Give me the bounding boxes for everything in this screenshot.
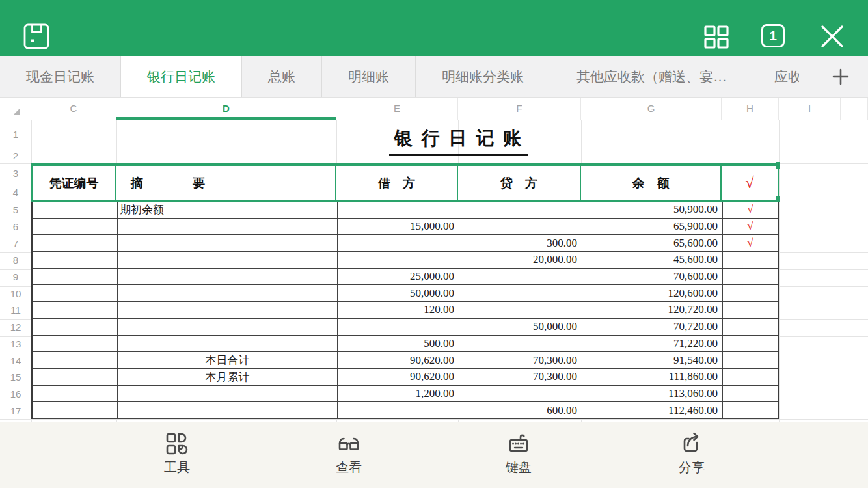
cell-summary[interactable]: 期初余额 <box>118 202 338 218</box>
cell-balance[interactable]: 111,860.00 <box>582 369 723 385</box>
cell-summary[interactable] <box>118 319 338 335</box>
table-header-row[interactable]: 凭证编号 摘 要 借 方 贷 方 余 额 √ <box>31 163 779 202</box>
cell-credit[interactable]: 600.00 <box>459 402 582 418</box>
cell-credit[interactable]: 50,000.00 <box>459 319 582 335</box>
cell-balance[interactable]: 45,600.00 <box>582 252 723 268</box>
row-header-16[interactable]: 16 <box>0 386 31 403</box>
sheet-tab[interactable]: 明细账分类账 <box>416 56 550 98</box>
cell-summary[interactable]: 本月累计 <box>118 369 338 385</box>
cell-debit[interactable] <box>338 319 459 335</box>
toolbar-item-tools[interactable]: 工具 <box>138 430 216 476</box>
cell-summary[interactable] <box>118 285 338 301</box>
cell-credit[interactable]: 300.00 <box>459 235 582 251</box>
cell-credit[interactable] <box>459 336 582 352</box>
cell-voucher[interactable] <box>33 219 118 235</box>
row-header-14[interactable]: 14 <box>0 352 31 369</box>
cell-voucher[interactable] <box>33 302 118 318</box>
cell-credit[interactable] <box>459 269 582 285</box>
cell-credit[interactable] <box>459 302 582 318</box>
cell-summary[interactable] <box>118 336 338 352</box>
cell-debit[interactable] <box>338 235 459 251</box>
cell-credit[interactable]: 20,000.00 <box>459 252 582 268</box>
cell-debit[interactable]: 1,200.00 <box>338 386 459 402</box>
column-header-D[interactable]: D <box>116 98 336 120</box>
cell-check[interactable] <box>723 369 778 385</box>
row-header-10[interactable]: 10 <box>0 285 31 302</box>
cell-debit[interactable]: 500.00 <box>338 336 459 352</box>
cell-summary[interactable] <box>118 235 338 251</box>
row-header-11[interactable]: 11 <box>0 302 31 319</box>
header-debit-cell[interactable]: 借 方 <box>336 166 458 200</box>
sheet-tab[interactable]: 现金日记账 <box>0 56 121 98</box>
row-header-4[interactable]: 4 <box>0 183 31 202</box>
cell-voucher[interactable] <box>33 386 118 402</box>
cell-balance[interactable]: 70,720.00 <box>582 319 723 335</box>
cell-debit[interactable]: 25,000.00 <box>338 269 459 285</box>
cell-debit[interactable]: 90,620.00 <box>338 369 459 385</box>
sheet-tab[interactable]: 明细账 <box>322 56 416 98</box>
sheets-grid-button[interactable] <box>703 24 729 50</box>
cell-debit[interactable] <box>338 202 459 218</box>
cell-check[interactable] <box>723 302 778 318</box>
header-summary-cell[interactable]: 摘 要 <box>116 166 336 200</box>
row-header-1[interactable]: 1 <box>0 120 31 148</box>
cell-balance[interactable]: 65,900.00 <box>582 219 723 235</box>
cell-balance[interactable]: 113,060.00 <box>582 386 723 402</box>
cell-debit[interactable] <box>338 402 459 418</box>
toolbar-item-share[interactable]: 分享 <box>653 430 731 476</box>
cell-summary[interactable] <box>118 269 338 285</box>
row-header-7[interactable]: 7 <box>0 235 31 252</box>
cell-balance[interactable]: 120,720.00 <box>582 302 723 318</box>
cell-balance[interactable]: 50,900.00 <box>582 202 723 218</box>
cell-balance[interactable]: 112,460.00 <box>582 402 723 418</box>
row-header-8[interactable]: 8 <box>0 252 31 269</box>
cell-voucher[interactable] <box>33 285 118 301</box>
cell-credit[interactable]: 70,300.00 <box>459 369 582 385</box>
cell-voucher[interactable] <box>33 369 118 385</box>
column-header-F[interactable]: F <box>458 98 581 120</box>
header-credit-cell[interactable]: 贷 方 <box>458 166 581 200</box>
column-header-E[interactable]: E <box>336 98 458 120</box>
header-voucher-cell[interactable]: 凭证编号 <box>33 166 116 200</box>
cell-check[interactable] <box>723 269 778 285</box>
cell-check[interactable] <box>723 319 778 335</box>
row-header-9[interactable]: 9 <box>0 269 31 286</box>
cell-check[interactable] <box>723 252 778 268</box>
row-header-13[interactable]: 13 <box>0 336 31 353</box>
column-header-G[interactable]: G <box>581 98 722 120</box>
cell-summary[interactable] <box>118 386 338 402</box>
cell-check[interactable] <box>723 336 778 352</box>
cell-voucher[interactable] <box>33 352 118 368</box>
cell-check[interactable] <box>723 285 778 301</box>
page-count-badge[interactable]: 1 <box>761 24 785 47</box>
sheet-title-cell[interactable]: 银 行 日 记 账 <box>336 124 581 155</box>
cell-debit[interactable]: 90,620.00 <box>338 352 459 368</box>
toolbar-item-keyboard[interactable]: 键盘 <box>480 430 558 476</box>
cell-balance[interactable]: 120,600.00 <box>582 285 723 301</box>
column-header-H[interactable]: H <box>722 98 779 120</box>
row-header-3[interactable]: 3 <box>0 163 31 183</box>
cell-debit[interactable] <box>338 252 459 268</box>
column-header-partial[interactable] <box>841 98 868 120</box>
cell-balance[interactable]: 65,600.00 <box>582 235 723 251</box>
header-check-cell[interactable]: √ <box>722 166 778 200</box>
cell-credit[interactable] <box>459 202 582 218</box>
cell-check[interactable] <box>723 386 778 402</box>
cell-summary[interactable] <box>118 302 338 318</box>
cell-check[interactable] <box>723 352 778 368</box>
cell-summary[interactable] <box>118 252 338 268</box>
column-header-I[interactable]: I <box>779 98 841 120</box>
cell-voucher[interactable] <box>33 402 118 418</box>
cell-voucher[interactable] <box>33 319 118 335</box>
sheet-tab[interactable]: 银行日记账 <box>121 56 242 98</box>
cell-voucher[interactable] <box>33 336 118 352</box>
row-header-5[interactable]: 5 <box>0 202 31 219</box>
toolbar-item-view[interactable]: 查看 <box>310 430 388 476</box>
cell-check[interactable] <box>723 402 778 418</box>
row-header-17[interactable]: 17 <box>0 402 31 419</box>
cell-check[interactable]: √ <box>723 235 778 251</box>
row-header-12[interactable]: 12 <box>0 319 31 336</box>
cell-credit[interactable] <box>459 285 582 301</box>
cell-summary[interactable]: 本日合计 <box>118 352 338 368</box>
row-header-6[interactable]: 6 <box>0 219 31 236</box>
